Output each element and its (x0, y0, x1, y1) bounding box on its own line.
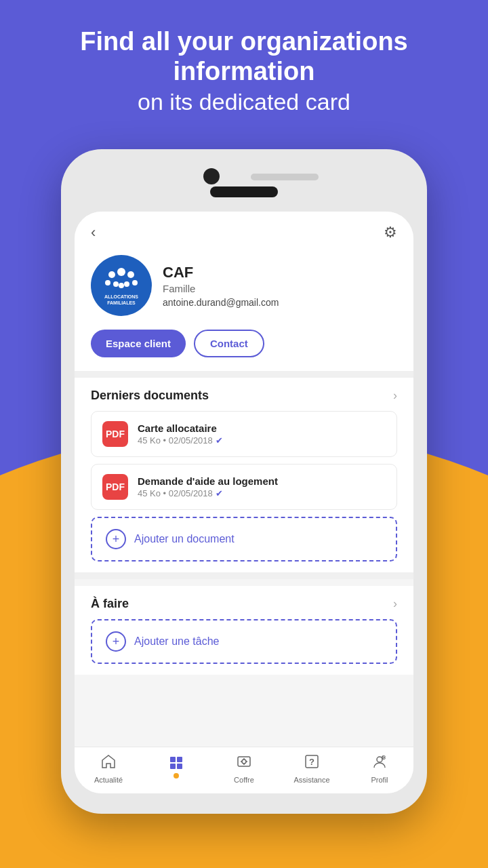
add-task-label: Ajouter une tâche (134, 635, 219, 648)
org-logo-icon (105, 265, 138, 293)
header-subtitle: on its dedicated card (27, 89, 461, 115)
contact-button[interactable]: Contact (194, 330, 264, 357)
org-logo-text: ALLOCATIONS FAMILIALES (104, 294, 138, 306)
nav-item-assistance[interactable]: ? Assistance (285, 754, 339, 784)
header-title: Find all your organizations information (27, 27, 461, 86)
tasks-arrow[interactable]: › (393, 597, 397, 611)
tasks-section: À faire › + Ajouter une tâche (75, 586, 413, 675)
add-task-icon: + (106, 631, 126, 652)
svg-point-13 (242, 760, 246, 764)
svg-point-7 (119, 283, 124, 288)
doc-name: Carte allocataire (138, 422, 386, 434)
nav-active-dot (174, 773, 179, 778)
doc-meta: 45 Ko • 02/05/2018 ✔ (138, 435, 386, 446)
pdf-icon: PDF (102, 474, 128, 500)
verified-badge: ✔ (216, 435, 223, 446)
assistance-icon: ? (304, 754, 319, 773)
org-email: antoine.durand@gmail.com (163, 297, 397, 308)
svg-point-5 (113, 281, 119, 287)
phone-screen: ‹ ⚙ (75, 212, 413, 793)
tasks-title: À faire (91, 597, 129, 611)
nav-label-assistance: Assistance (293, 776, 329, 784)
pdf-icon: PDF (102, 421, 128, 447)
add-document-label: Ajouter un document (134, 533, 235, 545)
org-info: CAF Famille antoine.durand@gmail.com (163, 264, 397, 308)
app-content: ‹ ⚙ (75, 212, 413, 793)
espace-client-button[interactable]: Espace client (91, 330, 186, 357)
svg-point-0 (117, 268, 125, 276)
svg-point-2 (127, 271, 134, 278)
divider-1 (75, 371, 413, 378)
documents-title: Derniers documents (91, 389, 209, 403)
svg-text:⚙: ⚙ (382, 755, 386, 760)
nav-item-profil[interactable]: ⚙ Profil (352, 754, 407, 784)
profile-section: ALLOCATIONS FAMILIALES CAF Famille antoi… (75, 248, 413, 330)
svg-rect-11 (177, 764, 182, 769)
nav-item-actualite[interactable]: Actualité (81, 754, 136, 784)
profil-icon: ⚙ (372, 754, 387, 773)
document-item[interactable]: PDF Demande d'aide au logement 45 Ko • 0… (91, 464, 397, 510)
bottom-nav: Actualité (75, 747, 413, 793)
header-section: Find all your organizations information … (0, 27, 488, 115)
phone-speaker (251, 174, 319, 180)
phone-frame: ‹ ⚙ (61, 149, 427, 814)
nav-label-coffre: Coffre (234, 776, 254, 784)
nav-item-active[interactable] (149, 755, 203, 783)
divider-2 (75, 572, 413, 579)
org-category: Famille (163, 283, 397, 294)
nav-label-actualite: Actualité (94, 776, 123, 784)
documents-section: Derniers documents › PDF Carte allocatai… (75, 378, 413, 572)
nav-item-coffre[interactable]: Coffre (217, 754, 271, 784)
svg-point-1 (108, 271, 115, 278)
svg-point-3 (105, 280, 110, 285)
doc-name: Demande d'aide au logement (138, 475, 386, 487)
back-button[interactable]: ‹ (91, 224, 96, 241)
add-icon: + (106, 529, 126, 549)
documents-header: Derniers documents › (91, 389, 397, 403)
verified-badge: ✔ (216, 488, 223, 498)
top-bar: ‹ ⚙ (75, 212, 413, 248)
svg-rect-9 (177, 757, 182, 762)
org-name: CAF (163, 264, 397, 281)
org-logo: ALLOCATIONS FAMILIALES (91, 255, 152, 316)
add-task-button[interactable]: + Ajouter une tâche (91, 619, 397, 664)
documents-arrow[interactable]: › (393, 389, 397, 403)
settings-button[interactable]: ⚙ (384, 224, 397, 241)
tasks-header: À faire › (91, 597, 397, 611)
svg-rect-10 (170, 764, 176, 769)
add-document-button[interactable]: + Ajouter un document (91, 517, 397, 561)
scroll-content: ALLOCATIONS FAMILIALES CAF Famille antoi… (75, 248, 413, 747)
phone-camera (203, 168, 220, 184)
nav-label-profil: Profil (371, 776, 388, 784)
doc-info: Carte allocataire 45 Ko • 02/05/2018 ✔ (138, 422, 386, 446)
svg-point-4 (132, 280, 138, 285)
svg-rect-8 (170, 757, 176, 762)
home-icon (101, 754, 116, 773)
active-nav-icon (169, 755, 184, 774)
doc-meta: 45 Ko • 02/05/2018 ✔ (138, 488, 386, 498)
svg-point-6 (124, 281, 129, 287)
action-buttons: Espace client Contact (75, 330, 413, 371)
svg-text:?: ? (309, 757, 314, 767)
document-item[interactable]: PDF Carte allocataire 45 Ko • 02/05/2018… (91, 411, 397, 457)
doc-info: Demande d'aide au logement 45 Ko • 02/05… (138, 475, 386, 498)
phone-earpiece (210, 186, 278, 197)
coffre-icon (237, 754, 251, 773)
